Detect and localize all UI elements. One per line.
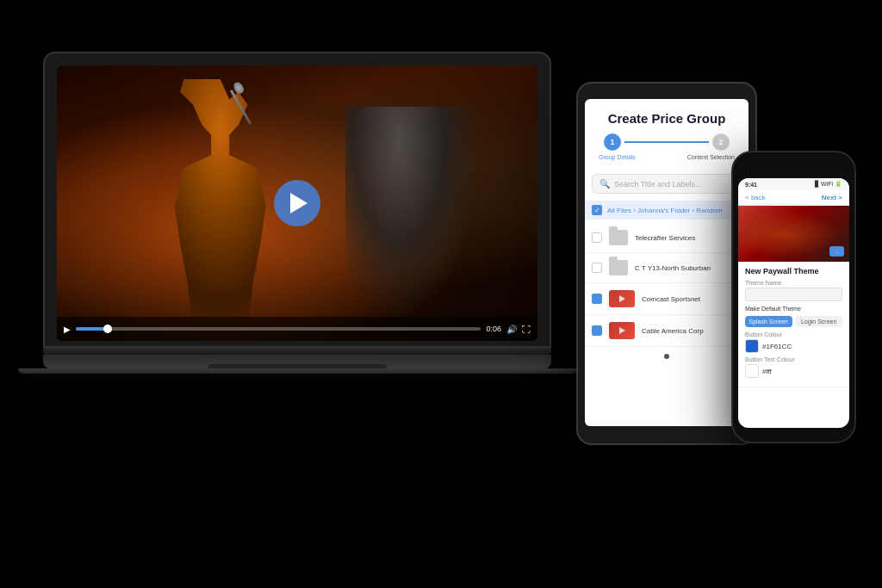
phone-time: 9:41 bbox=[745, 182, 757, 188]
video-play-icon[interactable]: ▶ bbox=[64, 325, 71, 334]
step-1-label: Group Details bbox=[599, 154, 636, 160]
guitarist-visual bbox=[345, 107, 480, 322]
phone-video-preview: ... bbox=[738, 206, 849, 262]
login-screen-tab[interactable]: Login Screen bbox=[796, 316, 843, 327]
video-thumbnail-3 bbox=[609, 290, 635, 307]
phone-back-button[interactable]: < back bbox=[745, 194, 766, 201]
breadcrumb-row: ✓ All Files › Johanna's Folder › Random bbox=[585, 201, 748, 220]
fullscreen-icon[interactable]: ⛶ bbox=[522, 325, 531, 334]
video-controls-bar: ▶ 0:06 🔊 ⛶ bbox=[57, 317, 537, 341]
phone-status-icons: ▊ WiFi 🔋 bbox=[815, 181, 842, 188]
theme-name-label: Theme Name bbox=[745, 280, 842, 286]
main-scene: ▶ 0:06 🔊 ⛶ Create Price Group bbox=[0, 0, 882, 588]
create-price-group-title: Create Price Group bbox=[595, 111, 738, 127]
laptop-bezel: ▶ 0:06 🔊 ⛶ bbox=[43, 52, 551, 348]
phone-theme-section: New Paywall Theme Theme Name Make Defaul… bbox=[738, 262, 849, 387]
file-checkbox-3[interactable] bbox=[592, 294, 602, 304]
screen-type-tabs: Splash Screen Login Screen bbox=[745, 316, 842, 327]
play-button[interactable] bbox=[274, 180, 320, 226]
search-icon: 🔍 bbox=[599, 179, 610, 189]
button-text-color-label: Button Text Colour bbox=[745, 356, 842, 362]
laptop-screen: ▶ 0:06 🔊 ⛶ bbox=[57, 65, 537, 341]
video-progress-fill bbox=[76, 327, 109, 331]
default-theme-label: Make Default Theme bbox=[745, 306, 801, 312]
step-1-number: 1 bbox=[610, 138, 614, 146]
signal-icon: ▊ bbox=[815, 181, 819, 188]
phone-device: 9:41 ▊ WiFi 🔋 < back Next > ... New Payw… bbox=[731, 151, 856, 443]
step-1-circle: 1 bbox=[604, 133, 621, 151]
laptop-base bbox=[43, 355, 551, 368]
file-checkbox-4[interactable] bbox=[592, 325, 602, 336]
breadcrumb-path: All Files › Johanna's Folder › Random bbox=[607, 207, 723, 214]
file-checkbox-2[interactable] bbox=[592, 263, 602, 273]
button-color-label: Button Colour bbox=[745, 331, 842, 337]
table-row[interactable]: Comcast Sportsnet bbox=[585, 283, 748, 315]
search-bar[interactable]: 🔍 Search Title and Labels... bbox=[592, 174, 742, 194]
button-color-swatch[interactable] bbox=[745, 339, 759, 353]
table-row[interactable]: Cable America Corp bbox=[585, 315, 748, 347]
tablet-header: Create Price Group 1 2 Group Details Con… bbox=[585, 99, 748, 174]
file-name-2: C T Y13-North Suburban bbox=[635, 264, 742, 272]
video-time-label: 0:06 bbox=[486, 325, 501, 333]
table-row[interactable]: Telecrafter Services bbox=[585, 223, 748, 253]
tablet-home-button[interactable] bbox=[664, 354, 669, 359]
video-play-indicator bbox=[619, 295, 625, 302]
step-line bbox=[624, 141, 709, 143]
phone-next-button[interactable]: Next > bbox=[822, 194, 842, 201]
step-2-number: 2 bbox=[718, 138, 723, 146]
default-theme-toggle-row: Make Default Theme bbox=[745, 306, 842, 312]
step-2-circle: 2 bbox=[712, 133, 730, 151]
volume-icon[interactable]: 🔊 bbox=[506, 325, 517, 334]
tablet-device: Create Price Group 1 2 Group Details Con… bbox=[576, 82, 757, 445]
progress-thumb bbox=[103, 325, 112, 333]
laptop-device: ▶ 0:06 🔊 ⛶ bbox=[43, 52, 551, 374]
file-name-1: Telecrafter Services bbox=[635, 234, 742, 242]
tablet-screen: Create Price Group 1 2 Group Details Con… bbox=[585, 99, 748, 426]
video-play-indicator-2 bbox=[619, 327, 625, 334]
laptop-hinge bbox=[43, 348, 551, 355]
phone-notch bbox=[773, 164, 816, 173]
button-text-color-value: #fff bbox=[762, 368, 772, 375]
phone-status-bar: 9:41 ▊ WiFi 🔋 bbox=[738, 178, 849, 190]
step-2-label: Content Selection bbox=[687, 154, 735, 160]
phone-section-title: New Paywall Theme bbox=[745, 267, 842, 275]
file-name-4: Cable America Corp bbox=[642, 327, 742, 335]
steps-indicator: 1 2 bbox=[595, 133, 738, 151]
folder-icon-2 bbox=[609, 260, 628, 275]
phone-video-action-button[interactable]: ... bbox=[829, 246, 844, 257]
button-text-color-swatch[interactable] bbox=[745, 364, 759, 378]
button-text-color-row: #fff bbox=[745, 364, 842, 378]
file-name-3: Comcast Sportsnet bbox=[642, 295, 742, 303]
theme-name-input[interactable] bbox=[745, 288, 842, 301]
battery-icon: 🔋 bbox=[835, 181, 842, 188]
search-placeholder-text: Search Title and Labels... bbox=[614, 180, 702, 189]
video-thumbnail-4 bbox=[609, 322, 635, 339]
all-files-checkbox[interactable]: ✓ bbox=[592, 205, 602, 215]
laptop-foot bbox=[18, 368, 577, 374]
splash-screen-tab[interactable]: Splash Screen bbox=[745, 316, 792, 327]
wifi-icon: WiFi bbox=[821, 181, 833, 188]
video-progress-bar[interactable] bbox=[76, 327, 481, 331]
checkmark-icon: ✓ bbox=[594, 207, 600, 214]
file-checkbox-1[interactable] bbox=[592, 232, 602, 243]
play-icon bbox=[290, 193, 307, 214]
step-labels: Group Details Content Selection bbox=[595, 154, 738, 160]
phone-screen: 9:41 ▊ WiFi 🔋 < back Next > ... New Payw… bbox=[738, 178, 849, 428]
button-color-row: #1F61CC bbox=[745, 339, 842, 353]
phone-nav-bar: < back Next > bbox=[738, 190, 849, 206]
button-color-value: #1F61CC bbox=[762, 343, 792, 350]
table-row[interactable]: C T Y13-North Suburban bbox=[585, 253, 748, 283]
folder-icon-1 bbox=[609, 230, 628, 245]
